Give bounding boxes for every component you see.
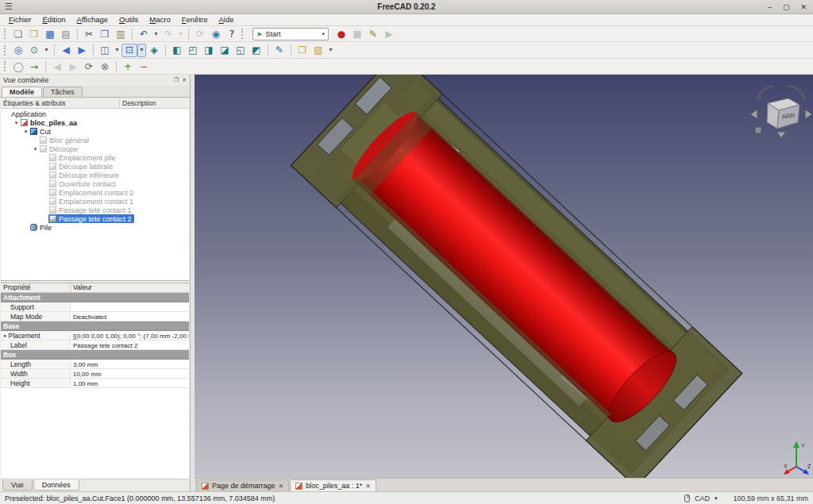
close-button[interactable]: ✕ [800,3,807,11]
fit-all-icon[interactable]: ◎ [10,44,26,57]
nav-back-icon[interactable]: ◀ [49,60,65,73]
menu-item[interactable]: Affichage [71,14,114,25]
fit-caret-icon[interactable]: ▾ [42,44,51,57]
undo-icon[interactable]: ↶ [136,27,152,40]
tree-header-labels[interactable]: Étiquettes & attributs [1,98,120,108]
menu-item[interactable]: Macro [144,14,175,25]
combo-view-tab[interactable]: Modèle [2,87,42,97]
workbench-selector[interactable]: ➤ Start ▾ [252,28,329,40]
view-back-icon[interactable]: ◀ [58,44,74,57]
tree-item[interactable]: Emplacement contact 1 [1,197,189,206]
nav-forward-icon[interactable]: ▶ [65,60,81,73]
copy-icon[interactable]: ❐ [97,27,113,40]
property-value[interactable]: Deactivated [71,312,189,321]
fit-selection-icon[interactable]: ⊙ [26,44,42,57]
menu-item[interactable]: Outils [114,14,144,25]
whats-this-icon[interactable]: ? [224,27,240,40]
tree-item[interactable]: Pile [1,223,189,232]
minimize-button[interactable]: – [768,3,772,11]
panel-bottom-tab[interactable]: Données [33,480,79,491]
property-row[interactable]: ▸ Placement [(0,00 0,00 1,00); 0,00 °; (… [1,331,189,340]
expand-caret-icon[interactable]: ▾ [15,120,18,125]
value-column-header[interactable]: Valeur [71,283,189,292]
view-left-icon[interactable]: ◩ [249,44,264,57]
nav-style-selector[interactable]: CAD [695,494,710,502]
document-tab[interactable]: Page de démarrage ✕ [196,479,289,491]
property-value[interactable] [71,302,189,311]
property-group-header[interactable]: Attachment [1,293,189,302]
tree-item[interactable]: ▾ Découpe [1,144,189,153]
toolbar-drag-handle[interactable] [241,29,244,39]
undo-caret-icon[interactable]: ▾ [152,27,160,40]
macro-stop-icon[interactable]: ■ [349,27,365,40]
macro-record-icon[interactable]: ● [333,27,349,40]
print-icon[interactable]: ▤ [58,27,74,40]
cut-icon[interactable]: ✂ [81,27,97,40]
tab-close-icon[interactable]: ✕ [279,483,284,490]
view-rear-icon[interactable]: ◪ [217,44,233,57]
macro-play-icon[interactable]: ▶ [381,27,397,40]
tree-item[interactable]: Passage tete contact 2 [1,214,189,223]
chevron-down-icon[interactable]: ▾ [715,495,718,502]
expand-caret-icon[interactable]: ▾ [25,129,28,134]
new-file-icon[interactable]: ❏ [10,27,26,40]
property-group-header[interactable]: Box [1,350,189,360]
tree-item[interactable]: Application [1,110,189,118]
refresh-document-icon[interactable]: ⟳ [192,27,208,40]
property-row[interactable]: Length 3,00 mm [1,360,189,369]
macro-edit-icon[interactable]: ✎ [365,27,381,40]
property-group-header[interactable]: Base [1,321,189,331]
axonometric-view-icon[interactable]: ◈ [146,44,162,57]
view-right-icon[interactable]: ◨ [201,44,217,57]
view-top-icon[interactable]: ◰ [185,44,201,57]
zoom-in-icon[interactable]: + [120,60,136,73]
combo-view-tab[interactable]: Tâches [43,87,83,97]
tree-item[interactable]: Découpe inférieure [1,171,189,179]
expand-caret-icon[interactable]: ▾ [34,146,37,152]
group-caret-icon[interactable]: ▾ [326,44,335,57]
web-stop-icon[interactable]: ⊗ [97,60,113,73]
view-front-icon[interactable]: ◧ [169,44,185,57]
redo-caret-icon[interactable]: ▾ [176,27,185,40]
property-value[interactable]: 10,00 mm [71,369,189,378]
tree-item[interactable]: Ouverture contact [1,179,189,188]
selection-filter-icon[interactable]: ◉ [208,27,224,40]
tree-item[interactable]: Bloc général [1,136,189,144]
property-row[interactable]: Width 10,00 mm [1,369,189,379]
web-refresh-icon[interactable]: ⟳ [81,60,97,73]
panel-bottom-tab[interactable]: Vue [2,480,33,491]
draw-style-caret-icon[interactable]: ▾ [113,44,121,57]
toolbar-drag-handle[interactable] [4,29,6,39]
paste-icon[interactable]: ▥ [113,27,129,40]
stop-loading-icon[interactable]: ◯ [10,60,26,73]
zoom-region-caret-icon[interactable]: ▾ [137,44,146,57]
tab-close-icon[interactable]: ✕ [365,483,371,490]
document-tab[interactable]: bloc_piles_aa : 1* ✕ [290,479,376,491]
property-row[interactable]: Map Mode Deactivated [1,312,189,321]
hamburger-menu-icon[interactable]: ☰ [5,2,13,12]
property-value[interactable]: Passage tete contact 2 [71,340,189,349]
close-panel-icon[interactable]: ✕ [182,77,187,83]
tree-item[interactable]: Emplacement pile [1,153,189,162]
tree-item[interactable]: Emplacement contact 2 [1,188,189,197]
property-value[interactable]: 1,00 mm [71,379,189,387]
view-bottom-icon[interactable]: ◱ [233,44,249,57]
menu-item[interactable]: Fichier [3,14,37,25]
open-file-icon[interactable]: ❒ [26,27,42,40]
view-forward-icon[interactable]: ▶ [74,44,90,57]
property-row[interactable]: Height 1,00 mm [1,379,189,388]
float-panel-icon[interactable]: ❐ [174,77,179,83]
toolbar-drag-handle[interactable] [4,61,6,71]
property-value[interactable]: 3,00 mm [71,360,189,368]
tree-item[interactable]: Passage tete contact 1 [1,206,189,214]
tree-item[interactable]: ▾ bloc_piles_aa [1,118,189,127]
zoom-out-icon[interactable]: − [136,60,152,73]
create-group-icon[interactable]: ▧ [310,44,326,57]
start-page-forward-icon[interactable]: → [26,60,42,73]
measure-icon[interactable]: ✎ [272,44,287,57]
toolbar-drag-handle[interactable] [4,45,6,56]
draw-style-icon[interactable]: ◫ [97,44,113,57]
tree-item[interactable]: Découpe latérale [1,162,189,171]
menu-item[interactable]: Fenêtre [176,14,214,25]
property-column-header[interactable]: Propriété [1,283,71,292]
